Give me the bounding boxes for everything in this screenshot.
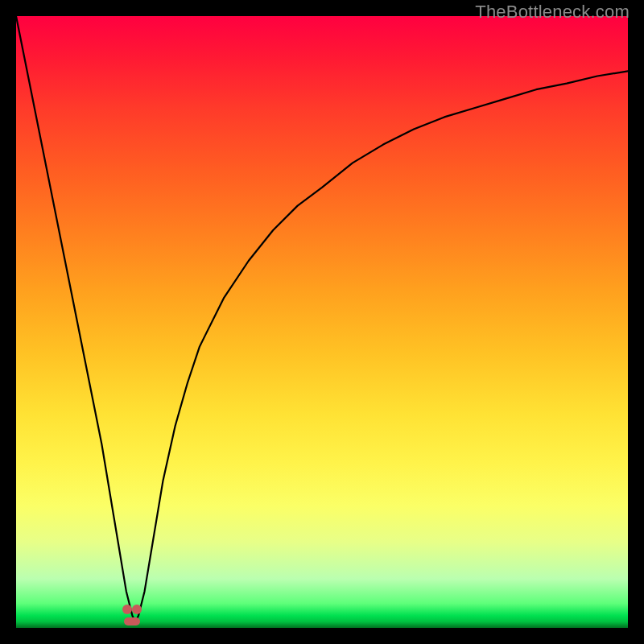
optimal-marker [122,605,142,627]
marker-base-bar [124,617,140,625]
attribution-text: TheBottleneck.com [475,2,630,23]
chart-frame: TheBottleneck.com [0,0,644,644]
curve-layer [16,16,628,628]
marker-cap-left [122,605,132,614]
bottleneck-curve [16,16,628,621]
plot-area [16,16,628,628]
marker-cap-right [132,605,142,614]
